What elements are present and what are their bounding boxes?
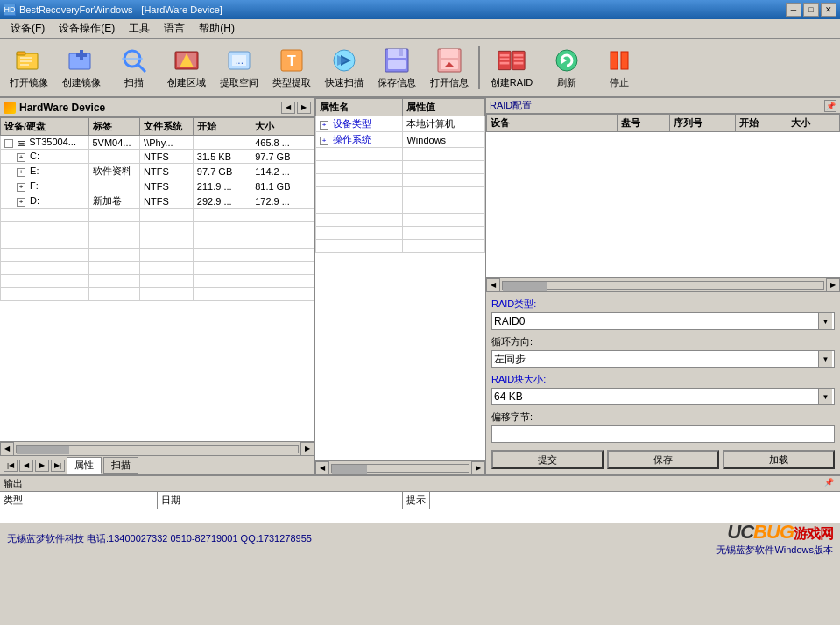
svg-rect-37: [514, 61, 524, 64]
menu-tools[interactable]: 工具: [122, 19, 157, 38]
save-info-button[interactable]: 保存信息: [371, 40, 422, 95]
table-row[interactable]: + E: 软件资料 NTFS 97.7 GB 114.2 ...: [1, 164, 314, 179]
type-extract-button[interactable]: T 类型提取: [266, 40, 317, 95]
raid-h-scrollbar[interactable]: ◀ ▶: [486, 277, 840, 291]
prev-button[interactable]: ◀: [19, 460, 33, 472]
label-cell: 软件资料: [88, 164, 140, 179]
output-columns: 类型 日期 提示: [0, 492, 840, 509]
menu-device-ops[interactable]: 设备操作(E): [52, 19, 122, 38]
block-size-arrow[interactable]: ▼: [818, 389, 832, 404]
scan-label: 扫描: [124, 76, 144, 89]
expand-icon[interactable]: +: [17, 153, 25, 162]
maximize-button[interactable]: □: [803, 3, 819, 17]
scroll-left-button[interactable]: ◀: [0, 442, 14, 456]
prop-value-cell: Windows: [403, 132, 485, 148]
raid-col-size: 大小: [787, 115, 840, 132]
left-h-scrollbar[interactable]: ◀ ▶: [0, 441, 314, 455]
table-row[interactable]: + 设备类型 本地计算机: [316, 116, 485, 132]
block-size-select[interactable]: 64 KB ▼: [491, 388, 835, 405]
scan-button[interactable]: 扫描: [109, 40, 159, 95]
middle-scrollbar-thumb[interactable]: [332, 465, 367, 474]
raid-col-device: 设备: [487, 115, 618, 132]
properties-tab[interactable]: 属性: [67, 457, 102, 474]
cycle-arrow[interactable]: ▼: [818, 351, 832, 367]
raid-pin-button[interactable]: 📌: [824, 100, 836, 112]
device-tree-table[interactable]: 设备/硬盘 标签 文件系统 开始 大小 - 🖴 ST35004...: [0, 117, 314, 441]
nav-prev-button[interactable]: ◀: [281, 102, 295, 114]
offset-input[interactable]: [491, 425, 835, 443]
middle-scrollbar-track[interactable]: [331, 464, 469, 473]
save-button[interactable]: 保存: [607, 450, 719, 469]
raid-scroll-left[interactable]: ◀: [486, 278, 500, 292]
create-image-button[interactable]: 创建镜像: [56, 40, 107, 95]
scan-tab[interactable]: 扫描: [103, 457, 138, 474]
raid-col-start: 开始: [735, 115, 787, 132]
next-button[interactable]: ▶: [35, 460, 49, 472]
table-row: [316, 200, 485, 214]
expand-icon[interactable]: +: [320, 137, 328, 145]
raid-table-area[interactable]: 设备 盘号 序列号 开始 大小: [486, 114, 840, 277]
fast-scan-button[interactable]: 快速扫描: [319, 40, 370, 95]
output-panel: 输出 📌 类型 日期 提示: [0, 474, 840, 523]
refresh-label: 刷新: [557, 76, 576, 89]
minimize-button[interactable]: ─: [786, 3, 801, 17]
refresh-button[interactable]: 刷新: [541, 40, 592, 95]
create-raid-button[interactable]: 创建RAID: [484, 40, 540, 95]
scroll-left-button2[interactable]: ◀: [315, 461, 329, 475]
raid-type-arrow[interactable]: ▼: [818, 313, 832, 329]
table-row: [316, 187, 485, 200]
h-scrollbar-track[interactable]: [16, 445, 299, 453]
middle-h-scrollbar[interactable]: ◀ ▶: [315, 460, 485, 474]
start-cell: 211.9 ...: [193, 179, 251, 193]
output-pin[interactable]: 📌: [824, 478, 836, 490]
raid-type-select[interactable]: RAID0 ▼: [491, 312, 835, 330]
open-info-button[interactable]: 打开信息: [424, 40, 475, 95]
raid-panel: RAID配置 📌 设备 盘号 序列号 开始 大小: [486, 98, 840, 474]
menu-language[interactable]: 语言: [157, 19, 192, 38]
open-image-button[interactable]: 打开镜像: [4, 40, 54, 95]
table-row[interactable]: + F: NTFS 211.9 ... 81.1 GB: [1, 179, 314, 193]
cycle-label: 循环方向:: [491, 335, 835, 348]
h-scrollbar-thumb[interactable]: [17, 446, 69, 454]
first-button[interactable]: |◀: [4, 460, 18, 472]
start-cell: 31.5 KB: [193, 150, 251, 164]
expand-icon[interactable]: +: [17, 198, 25, 207]
window-controls: ─ □ ✕: [786, 3, 836, 17]
table-row: [487, 132, 840, 144]
table-row[interactable]: + D: 新加卷 NTFS 292.9 ... 172.9 ...: [1, 193, 314, 209]
table-row[interactable]: + 操作系统 Windows: [316, 132, 485, 148]
nav-next-button[interactable]: ▶: [297, 102, 311, 114]
block-size-value: 64 KB: [494, 390, 523, 403]
table-row[interactable]: - 🖴 ST35004... 5VM04... \\Phy... 465.8 .…: [1, 136, 314, 150]
create-region-button[interactable]: 创建区域: [161, 40, 212, 95]
scroll-right-button[interactable]: ▶: [300, 442, 314, 456]
output-date-col: 日期: [158, 492, 403, 509]
panel-footer: |◀ ◀ ▶ ▶| 属性 扫描: [0, 455, 314, 474]
size-cell: 172.9 ...: [251, 193, 314, 209]
raid-scrollbar-track[interactable]: [502, 281, 824, 290]
load-button[interactable]: 加载: [723, 450, 835, 469]
disk-icon: 🖴: [18, 137, 26, 147]
menu-help[interactable]: 帮助(H): [192, 19, 242, 38]
submit-button[interactable]: 提交: [491, 450, 604, 469]
stop-button[interactable]: 停止: [594, 40, 645, 95]
raid-top-area: RAID配置 📌 设备 盘号 序列号 开始 大小: [486, 98, 840, 291]
menu-device[interactable]: 设备(F): [4, 19, 52, 38]
raid-scroll-right[interactable]: ▶: [826, 278, 840, 292]
extract-space-button[interactable]: ... 提取空间: [214, 40, 265, 95]
expand-icon[interactable]: +: [17, 168, 25, 177]
prop-key: 操作系统: [333, 134, 371, 144]
raid-scrollbar-thumb[interactable]: [503, 282, 547, 291]
expand-icon[interactable]: +: [320, 121, 328, 130]
svg-rect-24: [399, 49, 403, 56]
scroll-right-button2[interactable]: ▶: [471, 461, 485, 475]
cycle-select[interactable]: 左同步 ▼: [491, 350, 835, 368]
close-button[interactable]: ✕: [821, 3, 836, 17]
scan-icon: [120, 46, 148, 74]
table-row[interactable]: + C: NTFS 31.5 KB 97.7 GB: [1, 150, 314, 164]
last-button[interactable]: ▶|: [51, 460, 65, 472]
svg-line-9: [138, 65, 145, 72]
expand-icon[interactable]: -: [4, 139, 13, 148]
props-table[interactable]: 属性名 属性值 + 设备类型 本地计算机 +: [315, 98, 485, 460]
expand-icon[interactable]: +: [17, 183, 25, 192]
